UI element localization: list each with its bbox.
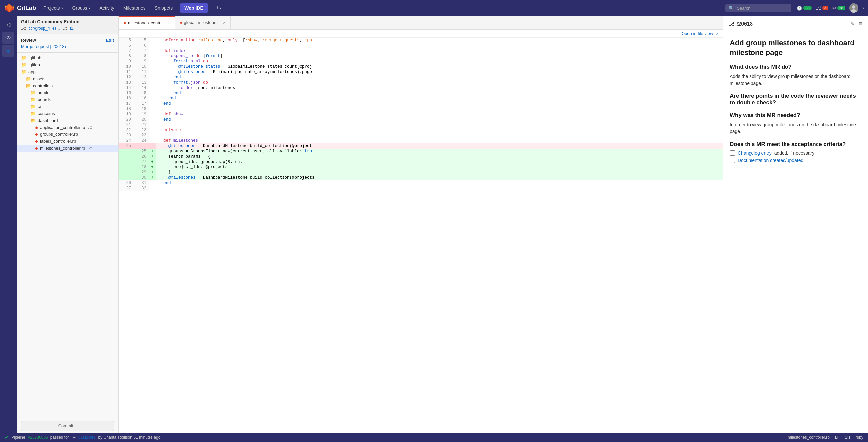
tab-global-milestone[interactable]: ◆ global_milestone... ×	[175, 16, 231, 30]
merge-icon: ⎇	[88, 125, 92, 129]
nav-milestones[interactable]: Milestones	[121, 4, 148, 12]
tree-item-milestones-controller[interactable]: ◆ milestones_controller.rb ⎇	[17, 145, 119, 152]
right-panel: ⎇ !20618 ✎ ≡ Add group milestones to das…	[723, 16, 868, 442]
groups-chevron-icon: ▾	[89, 6, 90, 10]
tree-item-label: controllers	[33, 83, 53, 88]
code-view-button[interactable]: </>	[2, 32, 14, 43]
branch-name[interactable]: ccr/group_miles...	[29, 26, 60, 31]
mr-icon: ⎇	[815, 5, 821, 11]
projects-chevron-icon: ▾	[61, 6, 63, 10]
folder-icon: 📂	[26, 83, 31, 88]
editor-area: ◆ milestones_contr... × ◆ global_milesto…	[119, 16, 723, 442]
section-heading-4: Does this MR meet the acceptance criteri…	[730, 141, 861, 148]
review-edit-button[interactable]: Edit	[105, 38, 114, 42]
code-line-30-added: 30 + @milestones = DashboardMilestone.bu…	[119, 175, 723, 180]
folder-icon: 📁	[30, 104, 36, 109]
search-bar[interactable]: 🔍 Search	[725, 4, 792, 12]
user-avatar[interactable]	[849, 3, 859, 12]
code-line-13: 13 13 format.json do	[119, 80, 723, 85]
clock-icon: 🕐	[797, 6, 802, 10]
tree-item-github[interactable]: 📁 .github	[17, 55, 119, 61]
code-line-29-added: 29 + }	[119, 170, 723, 175]
code-line-7: 7 7 def index	[119, 48, 723, 54]
plus-icon: +	[216, 5, 219, 11]
inbox-button[interactable]: ✉ 28	[832, 6, 845, 10]
tree-item-ci[interactable]: 📁 ci	[17, 103, 119, 110]
code-line-28-added: 28 + project_ids: @projects	[119, 165, 723, 170]
nav-snippets[interactable]: Snippets	[153, 4, 175, 12]
tab-close-button[interactable]: ×	[223, 20, 226, 25]
options-menu-icon[interactable]: ≡	[859, 21, 862, 27]
commit-button[interactable]: Commit...	[21, 420, 114, 432]
documentation-checkbox[interactable]	[730, 157, 735, 163]
ruby-file-icon: ◆	[35, 132, 38, 137]
tree-item-groups-controller[interactable]: ◆ groups_controller.rb	[17, 131, 119, 138]
avatar-image	[849, 3, 859, 12]
code-line-15: 15 15 end	[119, 90, 723, 96]
section-body-1: Adds the ability to view group milestone…	[730, 73, 861, 87]
tab-close-button[interactable]: ×	[167, 21, 169, 26]
merge-requests-button[interactable]: ⎇ 3	[815, 5, 828, 11]
folder-icon: 📁	[26, 76, 31, 81]
nav-icons-area: 🕐 33 ⎇ 3 ✉ 28 ▾	[797, 3, 864, 12]
ruby-file-icon: ◆	[35, 125, 38, 130]
mr-icon: ⎇	[729, 22, 734, 27]
edit-pencil-icon[interactable]: ✎	[851, 21, 855, 27]
webide-button[interactable]: Web IDE	[180, 3, 208, 12]
file-tree-panel: GitLab Community Edition ⎇ ccr/group_mil…	[17, 16, 119, 442]
pipeline-status-icon: ✔	[5, 435, 8, 440]
code-line-22: 22 22 private	[119, 127, 723, 133]
pipeline-author: by Chantal Rollison 51 minutes ago	[98, 435, 161, 440]
tree-item-labels-controller[interactable]: ◆ labels_controller.rb	[17, 138, 119, 145]
nav-projects[interactable]: Projects ▾	[41, 4, 65, 12]
review-status-button[interactable]: ●	[2, 45, 14, 57]
gitlab-logo-icon	[4, 3, 14, 13]
mr-ref-icon: ⎇	[63, 26, 67, 31]
code-line-31: 26 31 end	[119, 180, 723, 186]
tree-item-application-controller[interactable]: ◆ application_controller.rb ⎇	[17, 124, 119, 131]
review-label: Review	[21, 38, 36, 42]
collapse-sidebar-button[interactable]: ◁	[2, 19, 14, 30]
new-item-button[interactable]: + ▾	[213, 3, 224, 13]
right-panel-header: ⎇ !20618 ✎ ≡	[723, 16, 868, 32]
commit-hash-link[interactable]: 571acbe9	[78, 435, 96, 440]
code-editor[interactable]: 5 5 before_action :milestone, only: [:sh…	[119, 38, 723, 442]
merge-request-link[interactable]: Merge request (!20618)	[21, 44, 114, 49]
section-body-3: In order to view group milestones on the…	[730, 121, 861, 135]
changelog-link[interactable]: Changelog entry	[738, 150, 772, 155]
main-layout: ◁ </> ● GitLab Community Edition ⎇ ccr/g…	[0, 16, 868, 442]
tree-item-concerns[interactable]: 📁 concerns	[17, 110, 119, 117]
nav-activity[interactable]: Activity	[98, 4, 116, 12]
section-heading-3: Why was this MR needed?	[730, 112, 861, 119]
changelog-checkbox[interactable]	[730, 150, 735, 155]
clock-notifications-button[interactable]: 🕐 33	[797, 6, 811, 10]
documentation-link[interactable]: Documentation created/updated	[738, 157, 803, 163]
branch-icon: ⎇	[21, 26, 26, 31]
inbox-icon: ✉	[832, 6, 836, 10]
pipeline-suffix: passed for	[51, 435, 69, 440]
status-right: milestones_controller.rb LF 1:1 ruby	[788, 435, 863, 440]
nav-groups[interactable]: Groups ▾	[70, 4, 92, 12]
gitlab-logo-link[interactable]: GitLab	[4, 3, 36, 13]
tree-item-controllers[interactable]: 📂 controllers	[17, 82, 119, 89]
code-lines: 5 5 before_action :milestone, only: [:sh…	[119, 38, 723, 191]
tree-item-label: labels_controller.rb	[40, 139, 76, 144]
tree-item-app[interactable]: 📁 app	[17, 68, 119, 75]
code-line-21: 21 21	[119, 122, 723, 127]
mr-id-text: !20618	[736, 21, 753, 27]
tree-item-admin[interactable]: 📁 admin	[17, 89, 119, 96]
tree-item-boards[interactable]: 📁 boards	[17, 96, 119, 103]
open-in-file-view-link[interactable]: Open in file view ↗	[682, 31, 718, 36]
tree-item-gitlab[interactable]: 📁 .gitlab	[17, 61, 119, 68]
section-heading-1: What does this MR do?	[730, 64, 861, 70]
tree-item-label: .github	[28, 56, 41, 60]
tree-item-assets[interactable]: 📁 assets	[17, 75, 119, 82]
tree-item-dashboard[interactable]: 📂 dashboard	[17, 117, 119, 124]
mr-ref[interactable]: !2...	[70, 26, 76, 31]
right-panel-body: Add group milestones to dashboard milest…	[723, 32, 868, 171]
tab-milestones-controller[interactable]: ◆ milestones_contr... ×	[119, 16, 175, 30]
code-line-32: 27 32	[119, 186, 723, 191]
pipeline-link[interactable]: #25736885	[28, 435, 48, 440]
code-line-23: 23 23	[119, 133, 723, 138]
language-status: ruby	[856, 435, 863, 440]
